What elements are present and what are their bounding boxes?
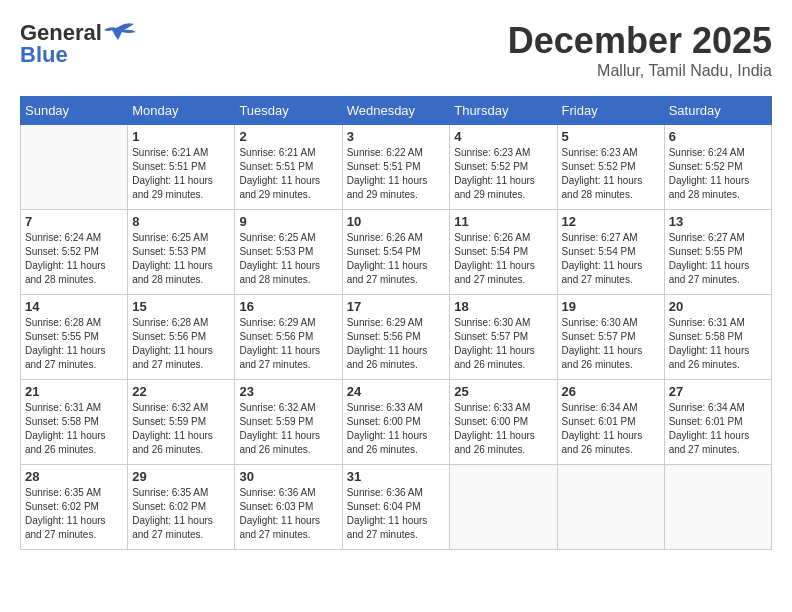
calendar-week-row: 7Sunrise: 6:24 AMSunset: 5:52 PMDaylight…: [21, 210, 772, 295]
calendar-cell: 8Sunrise: 6:25 AMSunset: 5:53 PMDaylight…: [128, 210, 235, 295]
day-number: 4: [454, 129, 552, 144]
day-number: 12: [562, 214, 660, 229]
day-info: Sunrise: 6:26 AMSunset: 5:54 PMDaylight:…: [454, 231, 552, 287]
day-number: 25: [454, 384, 552, 399]
day-number: 28: [25, 469, 123, 484]
calendar-cell: 29Sunrise: 6:35 AMSunset: 6:02 PMDayligh…: [128, 465, 235, 550]
calendar-cell: 12Sunrise: 6:27 AMSunset: 5:54 PMDayligh…: [557, 210, 664, 295]
calendar-cell: 15Sunrise: 6:28 AMSunset: 5:56 PMDayligh…: [128, 295, 235, 380]
calendar-cell: 17Sunrise: 6:29 AMSunset: 5:56 PMDayligh…: [342, 295, 450, 380]
header-tuesday: Tuesday: [235, 97, 342, 125]
calendar-cell: 10Sunrise: 6:26 AMSunset: 5:54 PMDayligh…: [342, 210, 450, 295]
day-number: 10: [347, 214, 446, 229]
calendar-week-row: 28Sunrise: 6:35 AMSunset: 6:02 PMDayligh…: [21, 465, 772, 550]
header-friday: Friday: [557, 97, 664, 125]
logo-bird-icon: [104, 22, 136, 44]
day-number: 2: [239, 129, 337, 144]
calendar-cell: 25Sunrise: 6:33 AMSunset: 6:00 PMDayligh…: [450, 380, 557, 465]
calendar-cell: 27Sunrise: 6:34 AMSunset: 6:01 PMDayligh…: [664, 380, 771, 465]
day-info: Sunrise: 6:25 AMSunset: 5:53 PMDaylight:…: [132, 231, 230, 287]
day-info: Sunrise: 6:25 AMSunset: 5:53 PMDaylight:…: [239, 231, 337, 287]
day-number: 31: [347, 469, 446, 484]
day-info: Sunrise: 6:32 AMSunset: 5:59 PMDaylight:…: [132, 401, 230, 457]
calendar-cell: 3Sunrise: 6:22 AMSunset: 5:51 PMDaylight…: [342, 125, 450, 210]
calendar-cell: 19Sunrise: 6:30 AMSunset: 5:57 PMDayligh…: [557, 295, 664, 380]
calendar-week-row: 21Sunrise: 6:31 AMSunset: 5:58 PMDayligh…: [21, 380, 772, 465]
day-info: Sunrise: 6:30 AMSunset: 5:57 PMDaylight:…: [562, 316, 660, 372]
calendar-cell: 31Sunrise: 6:36 AMSunset: 6:04 PMDayligh…: [342, 465, 450, 550]
calendar-cell: 7Sunrise: 6:24 AMSunset: 5:52 PMDaylight…: [21, 210, 128, 295]
calendar-cell: 30Sunrise: 6:36 AMSunset: 6:03 PMDayligh…: [235, 465, 342, 550]
day-number: 13: [669, 214, 767, 229]
day-number: 24: [347, 384, 446, 399]
calendar-table: Sunday Monday Tuesday Wednesday Thursday…: [20, 96, 772, 550]
calendar-cell: 21Sunrise: 6:31 AMSunset: 5:58 PMDayligh…: [21, 380, 128, 465]
day-number: 6: [669, 129, 767, 144]
day-info: Sunrise: 6:23 AMSunset: 5:52 PMDaylight:…: [454, 146, 552, 202]
day-info: Sunrise: 6:33 AMSunset: 6:00 PMDaylight:…: [454, 401, 552, 457]
calendar-cell: 11Sunrise: 6:26 AMSunset: 5:54 PMDayligh…: [450, 210, 557, 295]
calendar-cell: [21, 125, 128, 210]
day-number: 14: [25, 299, 123, 314]
day-number: 22: [132, 384, 230, 399]
day-number: 18: [454, 299, 552, 314]
calendar-cell: 14Sunrise: 6:28 AMSunset: 5:55 PMDayligh…: [21, 295, 128, 380]
day-info: Sunrise: 6:22 AMSunset: 5:51 PMDaylight:…: [347, 146, 446, 202]
day-info: Sunrise: 6:23 AMSunset: 5:52 PMDaylight:…: [562, 146, 660, 202]
month-title: December 2025: [508, 20, 772, 62]
calendar-week-row: 14Sunrise: 6:28 AMSunset: 5:55 PMDayligh…: [21, 295, 772, 380]
day-info: Sunrise: 6:29 AMSunset: 5:56 PMDaylight:…: [239, 316, 337, 372]
calendar-cell: [450, 465, 557, 550]
day-info: Sunrise: 6:24 AMSunset: 5:52 PMDaylight:…: [669, 146, 767, 202]
day-number: 21: [25, 384, 123, 399]
day-info: Sunrise: 6:31 AMSunset: 5:58 PMDaylight:…: [25, 401, 123, 457]
logo: General Blue: [20, 20, 136, 68]
calendar-cell: 16Sunrise: 6:29 AMSunset: 5:56 PMDayligh…: [235, 295, 342, 380]
day-number: 5: [562, 129, 660, 144]
day-number: 11: [454, 214, 552, 229]
calendar-cell: 1Sunrise: 6:21 AMSunset: 5:51 PMDaylight…: [128, 125, 235, 210]
day-info: Sunrise: 6:28 AMSunset: 5:55 PMDaylight:…: [25, 316, 123, 372]
calendar-cell: 13Sunrise: 6:27 AMSunset: 5:55 PMDayligh…: [664, 210, 771, 295]
calendar-cell: 23Sunrise: 6:32 AMSunset: 5:59 PMDayligh…: [235, 380, 342, 465]
day-info: Sunrise: 6:21 AMSunset: 5:51 PMDaylight:…: [239, 146, 337, 202]
day-info: Sunrise: 6:29 AMSunset: 5:56 PMDaylight:…: [347, 316, 446, 372]
calendar-cell: 5Sunrise: 6:23 AMSunset: 5:52 PMDaylight…: [557, 125, 664, 210]
day-number: 15: [132, 299, 230, 314]
day-number: 9: [239, 214, 337, 229]
day-number: 8: [132, 214, 230, 229]
header-monday: Monday: [128, 97, 235, 125]
calendar-cell: 9Sunrise: 6:25 AMSunset: 5:53 PMDaylight…: [235, 210, 342, 295]
calendar-cell: 18Sunrise: 6:30 AMSunset: 5:57 PMDayligh…: [450, 295, 557, 380]
day-number: 19: [562, 299, 660, 314]
calendar-cell: 20Sunrise: 6:31 AMSunset: 5:58 PMDayligh…: [664, 295, 771, 380]
day-info: Sunrise: 6:35 AMSunset: 6:02 PMDaylight:…: [132, 486, 230, 542]
day-info: Sunrise: 6:36 AMSunset: 6:04 PMDaylight:…: [347, 486, 446, 542]
day-number: 29: [132, 469, 230, 484]
day-info: Sunrise: 6:31 AMSunset: 5:58 PMDaylight:…: [669, 316, 767, 372]
day-info: Sunrise: 6:30 AMSunset: 5:57 PMDaylight:…: [454, 316, 552, 372]
calendar-week-row: 1Sunrise: 6:21 AMSunset: 5:51 PMDaylight…: [21, 125, 772, 210]
calendar-cell: 22Sunrise: 6:32 AMSunset: 5:59 PMDayligh…: [128, 380, 235, 465]
day-number: 17: [347, 299, 446, 314]
day-info: Sunrise: 6:27 AMSunset: 5:54 PMDaylight:…: [562, 231, 660, 287]
calendar-cell: [664, 465, 771, 550]
day-number: 30: [239, 469, 337, 484]
day-info: Sunrise: 6:36 AMSunset: 6:03 PMDaylight:…: [239, 486, 337, 542]
day-info: Sunrise: 6:34 AMSunset: 6:01 PMDaylight:…: [669, 401, 767, 457]
day-number: 26: [562, 384, 660, 399]
day-info: Sunrise: 6:32 AMSunset: 5:59 PMDaylight:…: [239, 401, 337, 457]
day-info: Sunrise: 6:24 AMSunset: 5:52 PMDaylight:…: [25, 231, 123, 287]
day-info: Sunrise: 6:26 AMSunset: 5:54 PMDaylight:…: [347, 231, 446, 287]
header-wednesday: Wednesday: [342, 97, 450, 125]
day-info: Sunrise: 6:27 AMSunset: 5:55 PMDaylight:…: [669, 231, 767, 287]
location-subtitle: Mallur, Tamil Nadu, India: [508, 62, 772, 80]
calendar-header-row: Sunday Monday Tuesday Wednesday Thursday…: [21, 97, 772, 125]
day-number: 3: [347, 129, 446, 144]
day-info: Sunrise: 6:33 AMSunset: 6:00 PMDaylight:…: [347, 401, 446, 457]
header-saturday: Saturday: [664, 97, 771, 125]
calendar-cell: 28Sunrise: 6:35 AMSunset: 6:02 PMDayligh…: [21, 465, 128, 550]
calendar-cell: 2Sunrise: 6:21 AMSunset: 5:51 PMDaylight…: [235, 125, 342, 210]
day-number: 27: [669, 384, 767, 399]
calendar-cell: [557, 465, 664, 550]
